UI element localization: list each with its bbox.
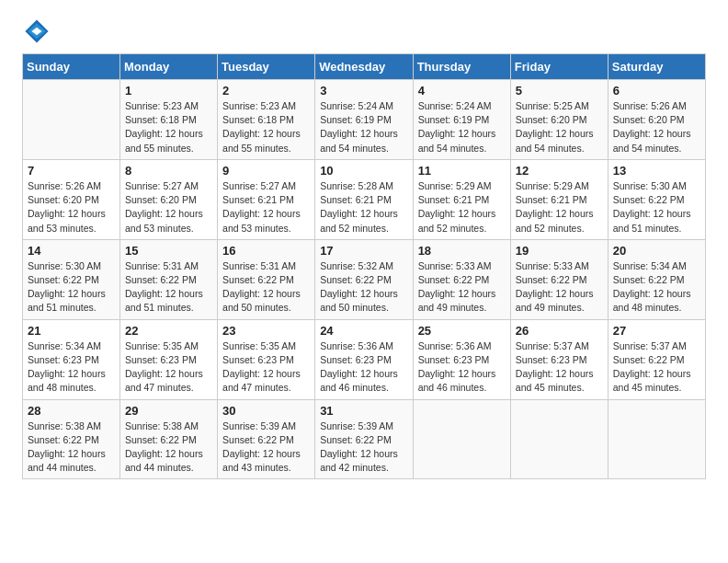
- day-number: 2: [222, 84, 310, 98]
- day-number: 5: [516, 84, 603, 98]
- calendar-cell: 3Sunrise: 5:24 AM Sunset: 6:19 PM Daylig…: [315, 80, 413, 160]
- weekday-header-friday: Friday: [510, 54, 608, 80]
- day-info: Sunrise: 5:26 AM Sunset: 6:20 PM Dayligh…: [613, 99, 700, 155]
- day-number: 8: [125, 164, 212, 178]
- calendar-cell: 1Sunrise: 5:23 AM Sunset: 6:18 PM Daylig…: [120, 80, 218, 160]
- day-info: Sunrise: 5:29 AM Sunset: 6:21 PM Dayligh…: [516, 179, 603, 236]
- day-info: Sunrise: 5:38 AM Sunset: 6:22 PM Dayligh…: [125, 419, 212, 476]
- calendar-body: 1Sunrise: 5:23 AM Sunset: 6:18 PM Daylig…: [23, 80, 706, 479]
- day-info: Sunrise: 5:34 AM Sunset: 6:22 PM Dayligh…: [613, 259, 700, 316]
- day-info: Sunrise: 5:30 AM Sunset: 6:22 PM Dayligh…: [28, 259, 115, 316]
- day-info: Sunrise: 5:25 AM Sunset: 6:20 PM Dayligh…: [516, 99, 603, 155]
- day-number: 19: [516, 244, 603, 258]
- calendar-cell: [510, 399, 608, 479]
- calendar-cell: 18Sunrise: 5:33 AM Sunset: 6:22 PM Dayli…: [413, 239, 510, 319]
- day-number: 22: [125, 324, 212, 338]
- calendar-cell: [23, 80, 120, 160]
- day-number: 24: [320, 324, 407, 338]
- calendar-cell: 9Sunrise: 5:27 AM Sunset: 6:21 PM Daylig…: [218, 159, 315, 239]
- day-info: Sunrise: 5:38 AM Sunset: 6:22 PM Dayligh…: [28, 419, 115, 476]
- weekday-header-thursday: Thursday: [413, 54, 510, 80]
- day-number: 6: [613, 84, 700, 98]
- calendar-cell: [608, 399, 705, 479]
- day-info: Sunrise: 5:26 AM Sunset: 6:20 PM Dayligh…: [28, 179, 115, 236]
- day-number: 15: [125, 244, 212, 258]
- calendar-cell: 30Sunrise: 5:39 AM Sunset: 6:22 PM Dayli…: [218, 399, 315, 479]
- calendar-cell: 6Sunrise: 5:26 AM Sunset: 6:20 PM Daylig…: [608, 80, 705, 160]
- day-number: 31: [320, 404, 407, 418]
- calendar-cell: 14Sunrise: 5:30 AM Sunset: 6:22 PM Dayli…: [23, 239, 120, 319]
- weekday-header-saturday: Saturday: [608, 54, 705, 80]
- calendar-cell: 16Sunrise: 5:31 AM Sunset: 6:22 PM Dayli…: [218, 239, 315, 319]
- calendar-header: SundayMondayTuesdayWednesdayThursdayFrid…: [23, 54, 706, 80]
- day-info: Sunrise: 5:23 AM Sunset: 6:18 PM Dayligh…: [222, 99, 310, 155]
- day-info: Sunrise: 5:39 AM Sunset: 6:22 PM Dayligh…: [320, 419, 407, 476]
- calendar-cell: 2Sunrise: 5:23 AM Sunset: 6:18 PM Daylig…: [218, 80, 315, 160]
- day-number: 27: [613, 324, 700, 338]
- day-number: 10: [320, 164, 407, 178]
- day-info: Sunrise: 5:34 AM Sunset: 6:23 PM Dayligh…: [28, 339, 115, 396]
- day-number: 7: [28, 164, 115, 178]
- day-info: Sunrise: 5:31 AM Sunset: 6:22 PM Dayligh…: [125, 259, 212, 316]
- logo-icon: [24, 18, 50, 44]
- calendar-cell: 5Sunrise: 5:25 AM Sunset: 6:20 PM Daylig…: [510, 80, 608, 160]
- day-info: Sunrise: 5:27 AM Sunset: 6:20 PM Dayligh…: [125, 179, 212, 236]
- day-number: 4: [418, 84, 506, 98]
- weekday-header-row: SundayMondayTuesdayWednesdayThursdayFrid…: [23, 54, 706, 80]
- calendar-cell: 10Sunrise: 5:28 AM Sunset: 6:21 PM Dayli…: [315, 159, 413, 239]
- calendar-cell: 24Sunrise: 5:36 AM Sunset: 6:23 PM Dayli…: [315, 319, 413, 399]
- day-info: Sunrise: 5:39 AM Sunset: 6:22 PM Dayligh…: [222, 419, 310, 476]
- calendar-cell: 23Sunrise: 5:35 AM Sunset: 6:23 PM Dayli…: [218, 319, 315, 399]
- day-number: 20: [613, 244, 700, 258]
- day-info: Sunrise: 5:33 AM Sunset: 6:22 PM Dayligh…: [516, 259, 603, 316]
- logo: [22, 18, 53, 44]
- day-info: Sunrise: 5:23 AM Sunset: 6:18 PM Dayligh…: [125, 99, 212, 155]
- day-info: Sunrise: 5:37 AM Sunset: 6:23 PM Dayligh…: [516, 339, 603, 396]
- day-info: Sunrise: 5:31 AM Sunset: 6:22 PM Dayligh…: [222, 259, 310, 316]
- weekday-header-sunday: Sunday: [23, 54, 120, 80]
- calendar-week-3: 14Sunrise: 5:30 AM Sunset: 6:22 PM Dayli…: [23, 239, 706, 319]
- calendar-cell: 28Sunrise: 5:38 AM Sunset: 6:22 PM Dayli…: [23, 399, 120, 479]
- calendar-table: SundayMondayTuesdayWednesdayThursdayFrid…: [22, 53, 706, 479]
- calendar-cell: 12Sunrise: 5:29 AM Sunset: 6:21 PM Dayli…: [510, 159, 608, 239]
- calendar-cell: 11Sunrise: 5:29 AM Sunset: 6:21 PM Dayli…: [413, 159, 510, 239]
- day-info: Sunrise: 5:32 AM Sunset: 6:22 PM Dayligh…: [320, 259, 407, 316]
- calendar-week-2: 7Sunrise: 5:26 AM Sunset: 6:20 PM Daylig…: [23, 159, 706, 239]
- day-number: 11: [418, 164, 506, 178]
- day-number: 1: [125, 84, 212, 98]
- day-number: 16: [222, 244, 310, 258]
- day-number: 26: [516, 324, 603, 338]
- calendar-week-4: 21Sunrise: 5:34 AM Sunset: 6:23 PM Dayli…: [23, 319, 706, 399]
- calendar-cell: 22Sunrise: 5:35 AM Sunset: 6:23 PM Dayli…: [120, 319, 218, 399]
- day-info: Sunrise: 5:37 AM Sunset: 6:22 PM Dayligh…: [613, 339, 700, 396]
- weekday-header-monday: Monday: [120, 54, 218, 80]
- day-info: Sunrise: 5:36 AM Sunset: 6:23 PM Dayligh…: [418, 339, 506, 396]
- calendar-cell: 20Sunrise: 5:34 AM Sunset: 6:22 PM Dayli…: [608, 239, 705, 319]
- day-number: 9: [222, 164, 310, 178]
- day-info: Sunrise: 5:24 AM Sunset: 6:19 PM Dayligh…: [418, 99, 506, 155]
- day-info: Sunrise: 5:33 AM Sunset: 6:22 PM Dayligh…: [418, 259, 506, 316]
- page-header: [22, 18, 706, 44]
- day-info: Sunrise: 5:35 AM Sunset: 6:23 PM Dayligh…: [125, 339, 212, 396]
- day-number: 23: [222, 324, 310, 338]
- day-number: 12: [516, 164, 603, 178]
- calendar-cell: 13Sunrise: 5:30 AM Sunset: 6:22 PM Dayli…: [608, 159, 705, 239]
- day-number: 21: [28, 324, 115, 338]
- calendar-cell: 4Sunrise: 5:24 AM Sunset: 6:19 PM Daylig…: [413, 80, 510, 160]
- calendar-cell: 21Sunrise: 5:34 AM Sunset: 6:23 PM Dayli…: [23, 319, 120, 399]
- calendar-cell: 27Sunrise: 5:37 AM Sunset: 6:22 PM Dayli…: [608, 319, 705, 399]
- day-number: 29: [125, 404, 212, 418]
- calendar-cell: 7Sunrise: 5:26 AM Sunset: 6:20 PM Daylig…: [23, 159, 120, 239]
- day-number: 13: [613, 164, 700, 178]
- day-number: 17: [320, 244, 407, 258]
- day-info: Sunrise: 5:29 AM Sunset: 6:21 PM Dayligh…: [418, 179, 506, 236]
- calendar-cell: 19Sunrise: 5:33 AM Sunset: 6:22 PM Dayli…: [510, 239, 608, 319]
- calendar-week-5: 28Sunrise: 5:38 AM Sunset: 6:22 PM Dayli…: [23, 399, 706, 479]
- day-info: Sunrise: 5:28 AM Sunset: 6:21 PM Dayligh…: [320, 179, 407, 236]
- day-number: 30: [222, 404, 310, 418]
- calendar-cell: 8Sunrise: 5:27 AM Sunset: 6:20 PM Daylig…: [120, 159, 218, 239]
- day-number: 28: [28, 404, 115, 418]
- calendar-cell: 25Sunrise: 5:36 AM Sunset: 6:23 PM Dayli…: [413, 319, 510, 399]
- calendar-cell: 17Sunrise: 5:32 AM Sunset: 6:22 PM Dayli…: [315, 239, 413, 319]
- calendar-cell: 29Sunrise: 5:38 AM Sunset: 6:22 PM Dayli…: [120, 399, 218, 479]
